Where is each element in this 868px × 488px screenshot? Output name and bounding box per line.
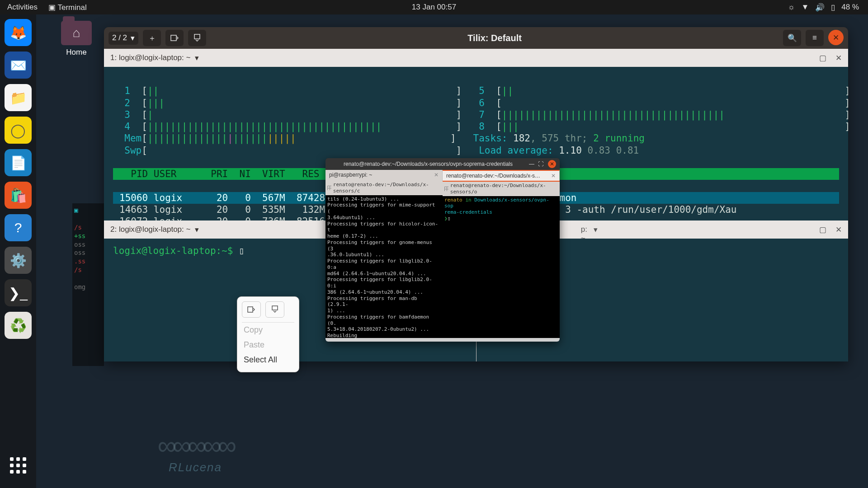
svg-rect-1 <box>194 34 200 39</box>
terminal-line: Processing triggers for libglib2.0-0:i <box>327 277 441 289</box>
menu-item-paste: Paste <box>242 338 294 352</box>
wallpaper-watermark: ∞∞∞∞∞ RLucena <box>114 430 277 474</box>
desktop-home-label: Home <box>66 48 86 57</box>
chevron-down-icon: ▾ <box>195 225 199 235</box>
activities-button[interactable]: Activities <box>7 3 38 12</box>
dna-icon: ∞∞∞∞∞ <box>114 430 277 460</box>
overlay-pane-left[interactable]: renato@renato-dev:~/Downloads/x-sensors/… <box>326 181 443 338</box>
context-menu-popover: Copy Paste Select All <box>237 296 299 372</box>
background-window-fragment: ▣ /s +ss oss oss .ss /s omg <box>72 203 104 366</box>
search-icon: 🔍 <box>788 33 797 43</box>
thunderbird-icon[interactable]: ✉️ <box>5 52 32 79</box>
battery-icon[interactable]: ▯ <box>831 3 835 12</box>
close-icon: ✕ <box>833 33 839 42</box>
terminal-icon: ▣ <box>48 3 56 12</box>
terminal-line: heme (0.17-2) ... <box>327 233 441 239</box>
terminal-line: 1) ... <box>327 308 441 314</box>
chevron-down-icon: ▾ <box>195 53 199 63</box>
show-applications-button[interactable] <box>5 452 32 479</box>
terminal-line: tils (0.24-1ubuntu3) ... <box>327 196 441 202</box>
new-session-button[interactable]: ＋ <box>143 30 161 46</box>
terminal-line: 386 (2.64.6-1~ubuntu20.04.4) ... <box>327 289 441 296</box>
split-down-menu-button[interactable] <box>265 301 284 318</box>
settings-icon[interactable]: ⚙️ <box>5 247 32 274</box>
app-menu-label: Terminal <box>58 3 87 12</box>
close-window-button[interactable]: ✕ <box>828 30 844 45</box>
split-right-icon <box>247 305 255 314</box>
pane2-title: 2: logix@logix-laptop: ~ <box>110 225 190 234</box>
svg-rect-3 <box>272 306 278 310</box>
gnome-top-bar: Activities ▣ Terminal 13 Jan 00:57 ☼ ▼ 🔊… <box>0 0 868 14</box>
session-selector[interactable]: 2 / 2 ▾ <box>108 32 138 45</box>
grid-icon <box>444 187 448 191</box>
pane2b-title: p: ~ <box>581 225 587 243</box>
pane1-title: 1: logix@logix-laptop: ~ <box>110 53 190 62</box>
pane-maximize-button[interactable]: ▢ <box>819 53 826 63</box>
help-icon[interactable]: ? <box>5 214 32 241</box>
terminal-line: Processing triggers for hicolor-icon-t <box>327 221 441 234</box>
trash-icon[interactable]: ♻️ <box>5 312 32 339</box>
maximize-button[interactable]: ⛶ <box>536 161 545 167</box>
overlay-pane-right[interactable]: renato@renato-dev:~/Downloads/x-sensors/… <box>443 181 560 338</box>
pane-maximize-button[interactable]: ▢ <box>819 225 826 235</box>
terminal-line: Processing triggers for libglib2.0-0:a <box>327 258 441 271</box>
rhythmbox-icon[interactable]: ◯ <box>5 117 32 144</box>
chevron-down-icon: ▾ <box>594 225 598 243</box>
overlay-pane-left-header[interactable]: renato@renato-dev:~/Downloads/x-sensors/… <box>326 181 443 195</box>
terminal-line: Processing triggers for man-db (2.9.1- <box>327 296 441 308</box>
split-right-icon <box>170 34 179 42</box>
terminal-line: 3.64ubuntu1) ... <box>327 215 441 221</box>
terminal-app-icon[interactable]: ❯_ <box>5 279 32 306</box>
clock[interactable]: 13 Jan 00:57 <box>412 3 456 12</box>
firefox-icon[interactable]: 🦊 <box>5 19 32 46</box>
wifi-icon[interactable]: ▼ <box>801 3 809 12</box>
libreoffice-writer-icon[interactable]: 📄 <box>5 149 32 176</box>
overlay-title: renato@renato-dev:~/Downloads/x-sensors/… <box>329 161 527 167</box>
tilix-titlebar[interactable]: 2 / 2 ▾ ＋ Tilix: Default 🔍 ≡ ✕ <box>104 27 848 49</box>
terminal-line: .36.0-1ubuntu1) ... <box>327 252 441 258</box>
ubuntu-software-icon[interactable]: 🛍️ <box>5 182 32 209</box>
app-menu-terminal[interactable]: ▣ Terminal <box>48 3 87 12</box>
pane1-header[interactable]: 1: logix@logix-laptop: ~ ▾ ▢ ✕ <box>104 49 848 67</box>
pane-close-button[interactable]: ✕ <box>835 53 842 63</box>
overlay-tabs: pi@raspberrypi: ~✕renato@renato-dev:~/Do… <box>326 170 560 181</box>
battery-percent: 48 % <box>841 3 859 12</box>
minimize-button[interactable]: — <box>527 161 536 167</box>
overlay-titlebar[interactable]: renato@renato-dev:~/Downloads/x-sensors/… <box>326 158 560 170</box>
pane-close-button[interactable]: ✕ <box>835 225 842 235</box>
session-indicator: 2 / 2 <box>112 33 127 42</box>
desktop-home-folder[interactable]: ⌂ Home <box>59 21 94 57</box>
terminal-line: Processing triggers for gnome-menus (3 <box>327 239 441 252</box>
terminal-line: 5.3+18.04.20180207.2-0ubuntu2) ... <box>327 326 441 333</box>
home-icon: ⌂ <box>61 21 92 45</box>
overlay-tab[interactable]: renato@renato-dev:~/Downloads/x-s…✕ <box>443 170 560 181</box>
menu-icon: ≡ <box>812 33 817 42</box>
close-button[interactable]: ✕ <box>548 160 556 168</box>
terminal-line: Processing triggers for bamfdaemon (0. <box>327 314 441 327</box>
svg-rect-2 <box>248 307 253 312</box>
terminal-line: Processing triggers for mime-support ( <box>327 202 441 215</box>
hamburger-menu-button[interactable]: ≡ <box>806 30 824 46</box>
overlay-tab[interactable]: pi@raspberrypi: ~✕ <box>326 170 443 181</box>
menu-item-copy: Copy <box>242 323 294 338</box>
svg-rect-0 <box>171 35 176 41</box>
terminal-line: md64 (2.64.6-1~ubuntu20.04.4) ... <box>327 271 441 277</box>
split-down-icon <box>193 34 201 42</box>
split-down-icon <box>271 305 279 314</box>
overlay-terminal-window: renato@renato-dev:~/Downloads/x-sensors/… <box>326 158 560 342</box>
split-right-menu-button[interactable] <box>242 301 261 318</box>
split-right-button[interactable] <box>165 30 184 46</box>
terminal-line: Rebuilding /usr/share/applications/bam <box>327 333 441 338</box>
tab-close-icon[interactable]: ✕ <box>549 173 556 179</box>
files-icon[interactable]: 📁 <box>5 84 32 111</box>
tab-close-icon[interactable]: ✕ <box>432 172 439 178</box>
split-down-button[interactable] <box>188 30 206 46</box>
grid-icon <box>327 186 331 190</box>
menu-item-select-all[interactable]: Select All <box>242 352 294 367</box>
ubuntu-dock: 🦊 ✉️ 📁 ◯ 📄 🛍️ ? ⚙️ ❯_ ♻️ <box>0 14 36 488</box>
overlay-pane-right-header[interactable]: renato@renato-dev:~/Downloads/x-sensors/… <box>443 181 560 196</box>
search-button[interactable]: 🔍 <box>783 30 801 46</box>
brightness-icon[interactable]: ☼ <box>788 3 795 12</box>
volume-icon[interactable]: 🔊 <box>815 3 825 12</box>
tilix-window-title: Tilix: Default <box>211 33 778 43</box>
